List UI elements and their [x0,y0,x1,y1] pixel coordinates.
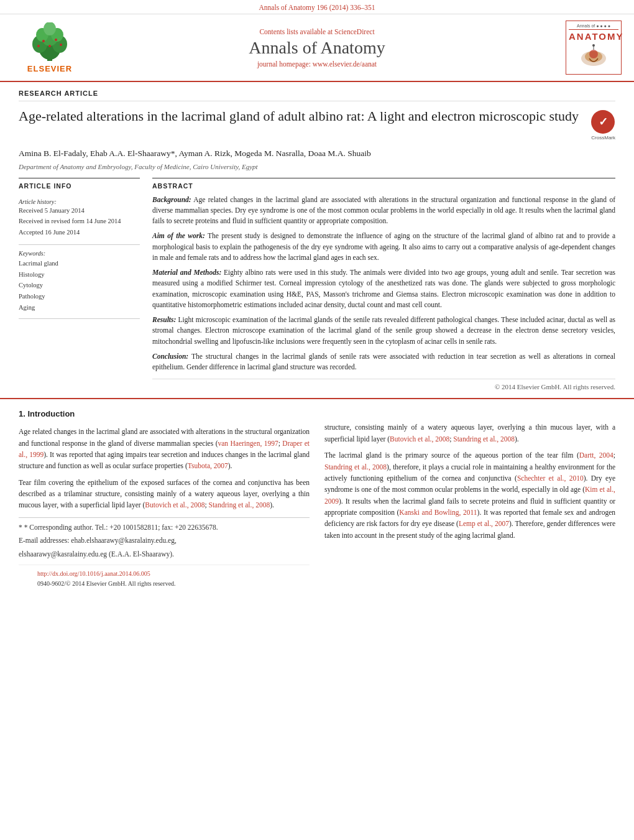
homepage-label: journal homepage: [257,60,313,68]
left-text-col: 1. Introduction Age related changes in t… [19,408,310,589]
footnote-asterisk: * [19,524,22,531]
top-bar: Annals of Anatomy 196 (2014) 336–351 [0,0,634,14]
ref-standring-2008[interactable]: Standring et al., 2008 [209,501,270,509]
main-two-col: 1. Introduction Age related changes in t… [19,399,615,589]
svg-point-12 [60,44,62,46]
keywords-label: Keywords: [19,250,140,257]
doi-text: http://dx.doi.org/10.1016/j.aanat.2014.0… [37,570,150,577]
footnote-email2: elshaarawy@kasralainy.edu.eg (E.A.A. El-… [19,548,310,560]
background-label: Background: [152,196,191,203]
keyword-0: Lacrimal gland [19,258,140,269]
ref-van-haeringen[interactable]: van Haeringen, 1997 [218,440,278,447]
right-para-2: The lacrimal gland is the primary source… [324,450,615,541]
svg-point-11 [37,45,40,47]
abstract-heading: ABSTRACT [152,178,615,190]
svg-point-10 [48,45,51,47]
affiliation: Department of Anatomy and Embryology, Fa… [19,163,615,170]
journal-header: ELSEVIER Contents lists available at Sci… [0,14,634,82]
right-text-col: structure, consisting mainly of a watery… [324,408,615,589]
history-label: Article history: [19,198,140,205]
crossmark-icon: ✓ [591,110,615,134]
abstract-methods: Material and Methods: Eighty albino rats… [152,267,615,310]
anatomy-logo-top: Annals of ● ● ● ● [569,24,618,30]
elsevier-tree-icon [25,22,75,63]
anatomy-logo-area: Annals of ● ● ● ● ANATOMY [547,21,622,75]
conclusion-label: Conclusion: [152,353,188,360]
keywords-list: Lacrimal gland Histology Cytology Pathol… [19,258,140,313]
journal-center-info: Contents lists available at ScienceDirec… [87,28,547,68]
abstract-conclusion: Conclusion: The structural changes in th… [152,351,615,373]
ref-schechter[interactable]: Schechter et al., 2010 [517,474,584,482]
ref-standring-2008b[interactable]: Standring et al., 2008 [324,463,387,471]
received-date: Received 5 January 2014 [19,206,140,216]
doi-area: http://dx.doi.org/10.1016/j.aanat.2014.0… [19,565,310,589]
article-title-row: Age-related alterations in the lacrimal … [19,108,615,141]
authors-text: Amina B. El-Fadaly, Ehab A.A. El-Shaaraw… [19,149,371,158]
revised-date: Received in revised form 14 June 2014 [19,217,140,226]
aim-text: The present study is designed to demonst… [152,232,615,261]
svg-point-8 [42,40,45,42]
journal-citation: Annals of Anatomy 196 (2014) 336–351 [259,4,375,11]
svg-point-9 [55,39,57,41]
article-title: Age-related alterations in the lacrimal … [19,108,582,126]
intro-para-1: Age related changes in the lacrimal glan… [19,426,310,472]
svg-point-15 [589,50,598,58]
anatomy-logo-illustration [577,43,611,68]
elsevier-logo: ELSEVIER [12,22,87,73]
footnote-area: * * Corresponding author. Tel.: +20 1001… [19,517,310,560]
crossmark-label: CrossMark [591,135,615,141]
intro-title-text: Introduction [27,409,75,418]
svg-point-17 [592,44,595,47]
ref-butovich-r[interactable]: Butovich et al., 2008 [390,435,449,443]
authors: Amina B. El-Fadaly, Ehab A.A. El-Shaaraw… [19,147,615,160]
ref-standring-r[interactable]: Standring et al., 2008 [453,435,515,443]
right-para-1: structure, consisting mainly of a watery… [324,422,615,445]
methods-text: Eighty albino rats were used in this stu… [152,269,615,308]
page: Annals of Anatomy 196 (2014) 336–351 [0,0,634,589]
journal-title: Annals of Anatomy [87,38,547,58]
ref-tsubota[interactable]: Tsubota, 2007 [188,462,228,469]
keyword-3: Pathology [19,291,140,302]
keyword-1: Histology [19,269,140,280]
article-info-heading: ARTICLE INFO [19,178,140,190]
abstract-column: ABSTRACT Background: Age related changes… [152,178,615,391]
abstract-results: Results: Light microscopic examination o… [152,315,615,347]
footnote-email1: E-mail addresses: ehab.elshaarawy@kasral… [19,535,310,546]
issn-line: 0940-9602/© 2014 Elsevier GmbH. All righ… [37,579,310,589]
intro-section-title: 1. Introduction [19,408,310,421]
elsevier-label: ELSEVIER [27,64,72,73]
anatomy-logo-word: ANATOMY [569,31,618,42]
ref-lemp[interactable]: Lemp et al., 2007 [459,520,509,527]
anatomy-logo: Annals of ● ● ● ● ANATOMY [566,21,622,75]
background-text: Age related changes in the lacrimal glan… [152,196,615,225]
science-direct-link-text[interactable]: ScienceDirect [334,28,375,35]
footnote-corresponding: * * Corresponding author. Tel.: +20 1001… [19,522,310,533]
results-text: Light microscopic examination of the lac… [152,316,615,345]
article-history-section: Article history: Received 5 January 2014… [19,193,140,245]
intro-number: 1. [19,409,27,418]
doi-link[interactable]: http://dx.doi.org/10.1016/j.aanat.2014.0… [37,569,310,579]
science-direct-text: Contents lists available at [259,28,334,35]
ref-kim[interactable]: Kim et al., 2009 [324,486,615,504]
results-label: Results: [152,316,176,323]
ref-dartt[interactable]: Dartt, 2004 [579,451,613,459]
ref-kanski[interactable]: Kanski and Bowling, 2011 [399,509,477,516]
article-type-label: RESEARCH ARTICLE [19,82,615,101]
abstract-background: Background: Age related changes in the l… [152,195,615,227]
aim-label: Aim of the work: [152,232,205,239]
keywords-section: Keywords: Lacrimal gland Histology Cytol… [19,245,140,319]
footnote-corresponding-text: * Corresponding author. Tel.: +20 100158… [24,524,218,531]
intro-para-2: Tear film covering the epithelium of the… [19,477,310,511]
ref-butovich[interactable]: Butovich et al., 2008 [145,501,204,509]
article-section: RESEARCH ARTICLE Age-related alterations… [0,82,634,390]
conclusion-text: The structural changes in the lacrimal g… [152,353,615,371]
homepage-link[interactable]: www.elsevier.de/aanat [313,60,377,68]
main-content: 1. Introduction Age related changes in t… [0,398,634,589]
accepted-date: Accepted 16 June 2014 [19,228,140,238]
keyword-2: Cytology [19,280,140,291]
science-direct-info: Contents lists available at ScienceDirec… [87,28,547,35]
journal-homepage: journal homepage: www.elsevier.de/aanat [87,60,547,68]
crossmark-badge[interactable]: ✓ CrossMark [591,110,615,141]
copyright-line: © 2014 Elsevier GmbH. All rights reserve… [152,379,615,390]
article-info-column: ARTICLE INFO Article history: Received 5… [19,178,140,391]
